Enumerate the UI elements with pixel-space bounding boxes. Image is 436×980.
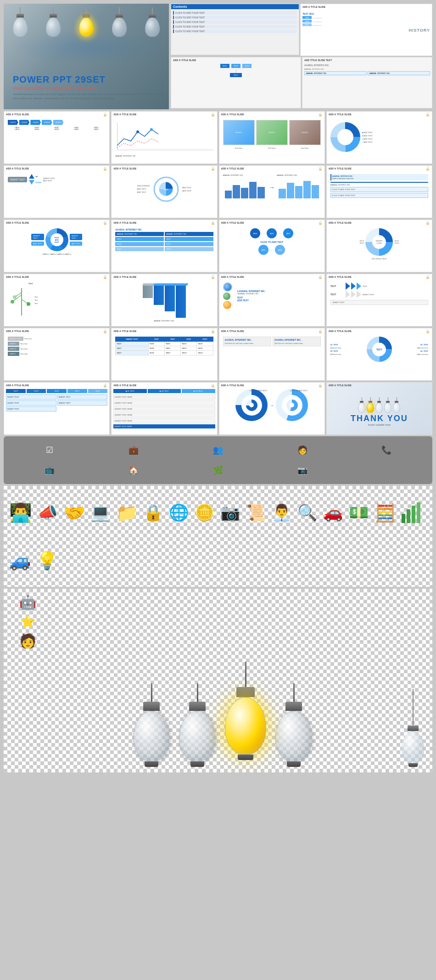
big-base [190,761,204,767]
slide-bar-compare[interactable]: ADD A TITLE SLIDE 🔒 AAABAL INTERNET INC.… [219,165,325,218]
td: TEXT [116,346,149,351]
big-cap [143,702,160,711]
target-outer [235,389,268,421]
body [393,403,400,413]
bulb-wire [119,7,120,14]
bar [303,181,311,198]
outer-ring: TEXT [153,176,179,202]
slide-line-chart[interactable]: ADD A TITLE SLIDE 🔒 AAABAL INTERNET INC. [111,111,217,164]
right-texts: 02. TEXT Add text here 04. TEXT Add text… [393,344,428,355]
slide-step-process[interactable]: ADD A TITLE SLIDE 🔒 INSERT TEXT Text her… [4,328,110,381]
slide-label: ADD A TITLE SLIDE [221,276,244,278]
feature-box: TEXT [115,247,164,251]
big-base [238,755,253,760]
svg-point-0 [136,130,139,133]
icon-person: 🧑 [261,441,344,459]
lock-icon: 🔒 [318,167,323,171]
label: LABELLABEL [28,127,46,130]
big-bulb-4 [275,683,312,767]
slide-target-circles[interactable]: ADD A TITLE SLIDE 🔒 CLICK TO ADD TEXT → [219,382,325,435]
slide-hub-spoke[interactable]: ADD A TITLE SLIDE 🔒 INSERTTEXT ADD TEXT … [4,220,110,272]
slide-3d-bar[interactable]: ADD A TITLE SLIDE 🔒 [111,274,217,327]
slide-text-table[interactable]: ADD A TITLE SLIDE 🔒 AAABAL INTERN'S INC.… [326,165,432,218]
th: TEXT [164,337,180,342]
hero-main-slide[interactable]: POWER PPT 29SET Insert my subtitle or ma… [4,4,169,109]
step-box: STEP 5 [8,352,19,356]
slide-label: ADD A TITLE SLIDE [221,384,244,387]
slide-text-columns[interactable]: ADD A TITLE SLIDE 🔒 ▶ 01 TEXT ▶ 02 TEXT … [111,382,217,435]
slide-donut-radial[interactable]: ADD A TITLE SLIDE 🔒 TEXT TEXT INSERTLOGO… [326,220,432,272]
history-slide[interactable]: ADD A TITLE SLIDE TEXT 2011 2009 ————— 2… [300,4,432,56]
label: Text Here [223,147,255,149]
text-col: AAABAL INTERN'S INC. Click to add your t… [330,174,428,180]
slide-data-table[interactable]: ADD A TITLE SLIDE 🔒 INSERT TEXT TEXT TEX… [111,328,217,381]
twin-cards-content: AAABAL INTERNET INC. Text here for card … [221,335,323,348]
icon-box: ▶ 01 TEXT [113,389,146,393]
slide-feature-list[interactable]: ADD A TITLE SLIDE 🔒 AAABAL INTERNET INC.… [111,220,217,272]
divider-arrow: → [269,403,274,408]
lock-icon: 🔒 [103,113,107,117]
big-bulbs-section [50,594,396,767]
contents-slide[interactable]: Contents CLICK TO ADD YOUR TEXT CLICK TO… [171,4,299,55]
slide-circle-flow[interactable]: ADD A TITLE SLIDE 🔒 ADD → ADD → ADD CLIC… [219,220,325,272]
lock-icon: 🔒 [425,113,430,117]
slide-label: ADD A TITLE SLIDE [221,221,244,224]
clipart-blueprint: 📜 [246,503,266,522]
mini-bulbs-row [356,391,402,414]
tree-left: TEXT [8,282,33,318]
bubble-flow-content: → LANABAL INTERNET INC. LANABAL INTERNET… [221,281,323,311]
text-row: INSERT TEXT HERE [113,418,215,423]
clipart-bar-chart [402,502,420,523]
wire [370,397,371,401]
big-bulb-2 [179,683,216,767]
bar [257,187,265,198]
icon-placeholder [345,461,428,479]
slide-label: ADD A TITLE SLIDE [221,330,244,332]
slide-twin-cards[interactable]: ADD A TITLE SLIDE 🔒 AAABAL INTERNET INC.… [219,328,325,381]
slide-radial-numbers[interactable]: ADD A TITLE SLIDE 🔒 01. TEXT Add text he… [326,328,432,381]
chevron-text: INSERT TEXT [363,293,375,296]
last-row: ADD A TITLE SLIDE 🔒 TEXT TEXT TEXT TEXT … [4,382,432,435]
bar-group-2: AAABAL INTERNET INC. [277,174,321,200]
slide-label: ADD A TITLE SLIDE [329,167,352,170]
slide-circular-gears[interactable]: ADD A TITLE SLIDE 🔒 DISCOVERICE ADD TEXT… [111,165,217,218]
3d-bar-item [154,285,164,305]
org-chart-slide[interactable]: ADD A TITLE SLIDE TEXT TEXT TEXT TEXT [171,57,301,108]
left-labels: TEXT TEXT [359,240,364,244]
slide-thankyou[interactable]: ADD A TITLE SLIDE [326,382,432,435]
insert-logo: INSERTLOGO [376,240,383,244]
big-wire [293,683,295,702]
slide-bubble-flow[interactable]: ADD A TITLE SLIDE 🔒 → LANABAL INTERNET I… [219,274,325,327]
label: LABELLABEL [87,127,106,130]
mini-bulb [384,397,391,413]
slide-pie-donut[interactable]: ADD A TITLE SLIDE 🔒 ■ ADD TEXT ■ ADD TEX… [326,111,432,164]
slide-tree[interactable]: ADD A TITLE SLIDE 🔒 TEXT T [4,274,110,327]
icon-symbol: ▶ [160,390,161,392]
clipart-globe: 🌐 [169,503,189,522]
footer-text: AAABAL INTERN'S INC. [330,184,428,186]
big-bulb-1 [133,683,170,767]
pie-donut-content: ■ ADD TEXT ■ ADD TEXT ■ ADD TEXT ■ ADD T… [329,118,430,156]
slide-chevrons[interactable]: ADD A TITLE SLIDE 🔒 TEXT TEXT TEXT [326,274,432,327]
slide-blue-boxes-flow[interactable]: ADD A TITLE SLIDE 🔒 TEXT TEXT TEXT TEXT … [4,382,110,435]
icon-camera: 📷 [261,461,344,479]
bar-footer: AAABAL INTERNET INC. [113,320,215,322]
icon-symbol: ▶ [126,390,127,392]
slide-updown[interactable]: ADD A TITLE SLIDE 🔒 INSERT TEXT UP DOWN … [4,165,110,218]
year-bar: 2008 [302,20,312,23]
box: TEXT [47,389,67,393]
slide-arrow-steps[interactable]: ADD A TITLE SLIDE 🔒 STEP1 STEP2 STEP3 ST… [4,111,110,164]
label: Text [34,299,38,301]
slide-image-cards[interactable]: ADD A TITLE SLIDE 🔒 PHOTO PHOTO PHOTO Te… [219,111,325,164]
lock-icon: 🔒 [211,329,215,333]
gear-label: ADD TEXT [182,190,191,192]
title-text-slide[interactable]: ADD TITLE SLIDE TEXT AAABAL INTERN'S INC… [302,57,432,108]
big-wire [245,662,246,687]
card-label: PHOTO [302,131,308,134]
hero-desc: Asadal has been running one of the bigge… [13,92,164,100]
inner-circle: TEXT [159,182,173,196]
image-card: PHOTO [223,120,255,145]
text-row: INSERT TEXT HERE [113,412,215,417]
insert-text-right: INSERT TEXTADD TEXT [43,177,55,182]
3d-bar-group [176,285,186,318]
